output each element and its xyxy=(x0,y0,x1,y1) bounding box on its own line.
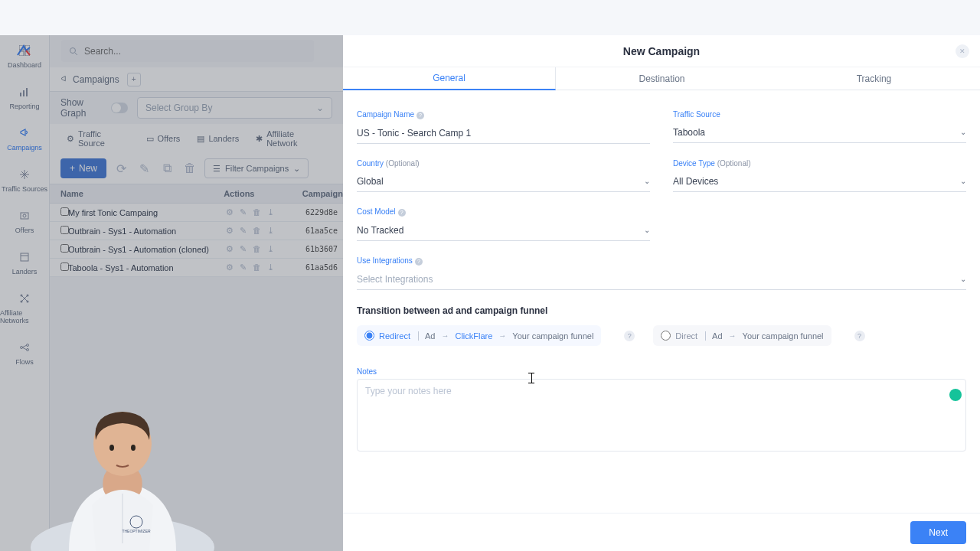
grammarly-icon[interactable] xyxy=(949,389,962,401)
form-body: Campaign Name? Traffic Source Taboola ⌄ … xyxy=(343,90,980,513)
device-label: Device Type (Optional) xyxy=(673,159,966,168)
webcam-overlay: THEOPTIMIZER xyxy=(23,390,222,551)
transition-title: Transition between ad and campaign funne… xyxy=(357,305,966,316)
chevron-down-icon: ⌄ xyxy=(960,177,966,185)
svg-text:THEOPTIMIZER: THEOPTIMIZER xyxy=(122,529,151,533)
modal-tabs: General Destination Tracking xyxy=(343,67,980,90)
country-select[interactable]: Global ⌄ xyxy=(357,171,650,192)
tab-tracking[interactable]: Tracking xyxy=(768,67,980,90)
help-icon[interactable]: ? xyxy=(416,112,424,119)
cost-model-label: Cost Model? xyxy=(357,207,650,217)
integrations-value: Select Integrations xyxy=(357,274,433,285)
device-value: All Devices xyxy=(673,176,718,187)
traffic-source-select[interactable]: Taboola ⌄ xyxy=(673,122,966,143)
modal-footer: Next xyxy=(343,513,980,551)
help-icon[interactable]: ? xyxy=(398,209,406,217)
traffic-source-label: Traffic Source xyxy=(673,110,966,119)
chevron-down-icon: ⌄ xyxy=(644,177,650,185)
cost-model-value: No Tracked xyxy=(357,225,403,236)
integrations-label: Use Integrations? xyxy=(357,256,966,266)
svg-point-23 xyxy=(131,445,136,451)
tab-destination[interactable]: Destination xyxy=(556,67,768,90)
tab-general[interactable]: General xyxy=(343,67,556,90)
chevron-down-icon: ⌄ xyxy=(960,275,966,283)
campaign-name-label: Campaign Name? xyxy=(357,110,650,119)
svg-point-22 xyxy=(109,445,114,451)
country-value: Global xyxy=(357,176,384,187)
transition-redirect[interactable]: Redirect Ad → ClickFlare → Your campaign… xyxy=(357,325,601,346)
next-button[interactable]: Next xyxy=(910,521,966,544)
chevron-down-icon: ⌄ xyxy=(960,128,966,136)
arrow-icon: → xyxy=(498,331,506,340)
direct-radio[interactable] xyxy=(661,331,671,341)
notes-input[interactable] xyxy=(357,379,966,452)
campaign-name-input[interactable] xyxy=(357,122,650,144)
device-select[interactable]: All Devices ⌄ xyxy=(673,171,966,192)
redirect-radio[interactable] xyxy=(364,331,374,341)
notes-label: Notes xyxy=(357,367,966,376)
help-icon[interactable]: ? xyxy=(415,258,423,266)
modal-header: New Campaign ✕ xyxy=(343,35,980,67)
close-icon[interactable]: ✕ xyxy=(956,44,969,58)
help-icon[interactable]: ? xyxy=(624,331,635,341)
help-icon[interactable]: ? xyxy=(854,331,865,341)
chevron-down-icon: ⌄ xyxy=(644,226,650,234)
cost-model-select[interactable]: No Tracked ⌄ xyxy=(357,220,650,241)
traffic-source-value: Taboola xyxy=(673,127,705,138)
integrations-select[interactable]: Select Integrations ⌄ xyxy=(357,269,966,290)
modal-title: New Campaign xyxy=(623,45,700,57)
country-label: Country (Optional) xyxy=(357,159,650,168)
arrow-icon: → xyxy=(729,331,737,340)
arrow-icon: → xyxy=(441,331,449,340)
new-campaign-modal: New Campaign ✕ General Destination Track… xyxy=(343,35,980,551)
transition-direct[interactable]: Direct Ad → Your campaign funnel xyxy=(653,325,831,346)
